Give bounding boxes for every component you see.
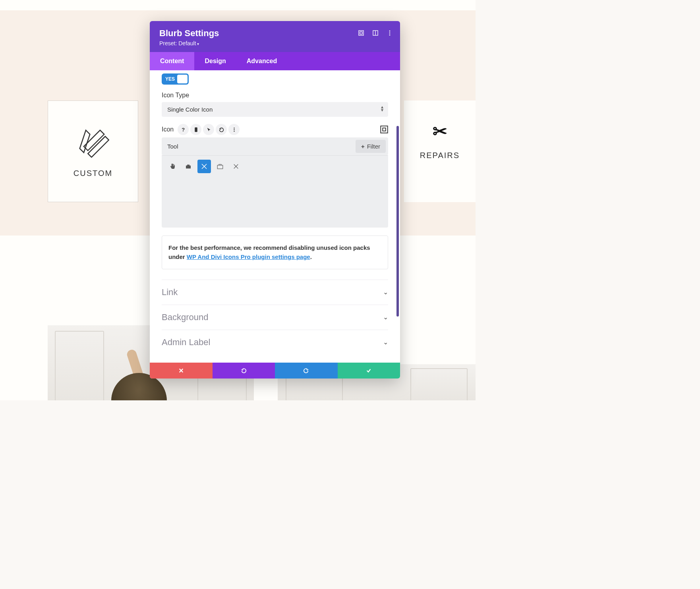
blurb-card-custom: CUSTOM <box>48 100 138 202</box>
icon-search-bar: + Filter <box>162 137 388 155</box>
icon-picker-grid <box>162 155 388 228</box>
svg-rect-3 <box>359 31 364 35</box>
plus-icon: + <box>361 143 365 150</box>
accordion-title: Background <box>162 312 208 323</box>
toggle-label: YES <box>163 76 175 82</box>
more-options-icon[interactable] <box>228 124 240 135</box>
chevron-down-icon: ⌄ <box>383 288 388 296</box>
chevron-down-icon: ⌄ <box>383 313 388 321</box>
select-value: Single Color Icon <box>167 106 213 113</box>
toggle-knob <box>177 75 188 83</box>
more-menu-icon[interactable] <box>387 30 393 36</box>
expand-icon[interactable] <box>358 30 364 36</box>
modal-header: Blurb Settings Preset: Default <box>150 21 400 52</box>
svg-point-12 <box>234 129 234 130</box>
modal-title: Blurb Settings <box>159 28 391 39</box>
svg-point-13 <box>234 131 234 131</box>
preset-selector[interactable]: Preset: Default <box>159 40 391 46</box>
blurb-settings-modal: Blurb Settings Preset: Default Content D… <box>150 21 400 379</box>
select-chevron-icon: ▴▾ <box>381 105 383 112</box>
tab-advanced[interactable]: Advanced <box>236 52 287 70</box>
modal-tabs: Content Design Advanced <box>150 52 400 70</box>
settings-page-link[interactable]: WP And Divi Icons Pro plugin settings pa… <box>187 253 310 260</box>
modal-body: YES Icon Type Single Color Icon ▴▾ Icon … <box>150 70 400 363</box>
tab-content[interactable]: Content <box>150 52 194 70</box>
scissors-icon: ✂ <box>433 121 447 141</box>
svg-rect-10 <box>195 127 197 131</box>
fullscreen-icon[interactable] <box>380 126 388 133</box>
filter-button[interactable]: + Filter <box>356 140 386 153</box>
svg-point-11 <box>234 127 234 128</box>
svg-point-9 <box>389 35 391 36</box>
modal-scrollbar[interactable] <box>396 126 399 317</box>
svg-rect-15 <box>383 128 386 131</box>
notice-suffix: . <box>310 253 312 260</box>
columns-icon[interactable] <box>372 30 379 36</box>
svg-rect-16 <box>217 165 223 169</box>
icon-option-pencil-ruler[interactable] <box>197 160 211 173</box>
chevron-down-icon: ⌄ <box>383 338 388 346</box>
performance-notice: For the best performance, we recommend d… <box>162 236 388 269</box>
svg-rect-14 <box>381 126 388 133</box>
accordion-background[interactable]: Background ⌄ <box>162 305 388 330</box>
icon-option-hand[interactable] <box>166 160 179 173</box>
redo-button[interactable] <box>275 363 338 379</box>
accordion-admin-label[interactable]: Admin Label ⌄ <box>162 330 388 355</box>
icon-option-toolbox[interactable] <box>182 160 195 173</box>
card-label: CUSTOM <box>73 169 112 178</box>
accordion-title: Link <box>162 287 178 297</box>
undo-button[interactable] <box>213 363 275 379</box>
icon-type-label: Icon Type <box>162 92 388 99</box>
mobile-icon[interactable] <box>190 124 201 135</box>
save-button[interactable] <box>338 363 400 379</box>
svg-point-8 <box>389 33 391 34</box>
reset-icon[interactable] <box>216 124 227 135</box>
hover-icon[interactable] <box>203 124 214 135</box>
svg-rect-4 <box>360 32 362 34</box>
use-icon-toggle[interactable]: YES <box>162 73 189 85</box>
icon-label: Icon <box>162 126 174 133</box>
icon-option-briefcase[interactable] <box>213 160 227 173</box>
pencil-ruler-icon <box>77 125 109 158</box>
blurb-card-repairs: ✂ REPAIRS <box>404 100 476 202</box>
card-label: REPAIRS <box>420 151 460 160</box>
icon-type-select[interactable]: Single Color Icon ▴▾ <box>162 102 388 117</box>
accordion-link[interactable]: Link ⌄ <box>162 280 388 305</box>
icon-option-wrench-screwdriver[interactable] <box>229 160 243 173</box>
modal-footer <box>150 363 400 379</box>
tab-design[interactable]: Design <box>194 52 236 70</box>
filter-label: Filter <box>367 143 380 150</box>
svg-point-7 <box>389 31 391 32</box>
cancel-button[interactable] <box>150 363 213 379</box>
help-icon[interactable]: ? <box>178 124 189 135</box>
icon-search-input[interactable] <box>162 138 353 154</box>
accordion-title: Admin Label <box>162 337 210 348</box>
accordion-group: Link ⌄ Background ⌄ Admin Label ⌄ <box>162 280 388 355</box>
